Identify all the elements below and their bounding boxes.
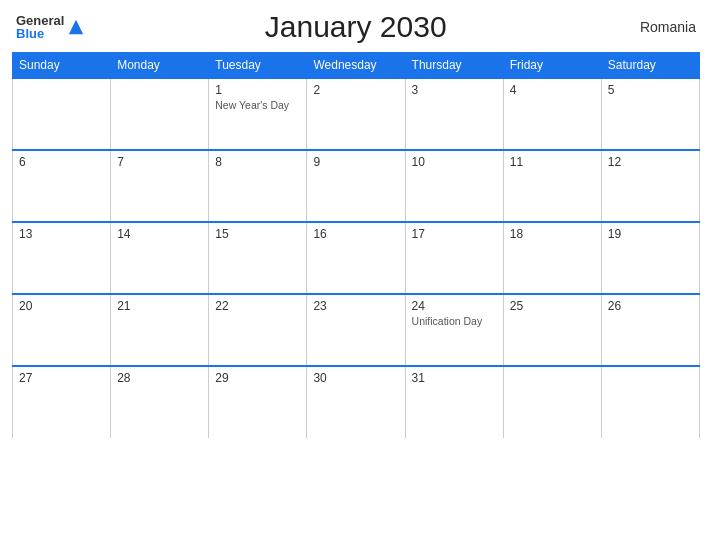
- day-number: 26: [608, 299, 693, 313]
- calendar-title: January 2030: [85, 10, 626, 44]
- calendar-container: General Blue January 2030 Romania Sunday…: [0, 0, 712, 550]
- day-cell: 13: [13, 222, 111, 294]
- day-number: 11: [510, 155, 595, 169]
- day-number: 1: [215, 83, 300, 97]
- day-number: 22: [215, 299, 300, 313]
- day-number: 9: [313, 155, 398, 169]
- day-cell: 7: [111, 150, 209, 222]
- days-header-row: Sunday Monday Tuesday Wednesday Thursday…: [13, 53, 700, 79]
- day-cell: 4: [503, 78, 601, 150]
- day-number: 29: [215, 371, 300, 385]
- day-number: 8: [215, 155, 300, 169]
- day-cell: 14: [111, 222, 209, 294]
- holiday-name: Unification Day: [412, 315, 497, 327]
- day-number: 5: [608, 83, 693, 97]
- day-number: 28: [117, 371, 202, 385]
- day-cell: 10: [405, 150, 503, 222]
- day-cell: 29: [209, 366, 307, 438]
- day-cell: 5: [601, 78, 699, 150]
- day-cell: 19: [601, 222, 699, 294]
- day-cell: 9: [307, 150, 405, 222]
- day-cell: 12: [601, 150, 699, 222]
- day-cell: 26: [601, 294, 699, 366]
- day-number: 10: [412, 155, 497, 169]
- week-row-4: 2021222324Unification Day2526: [13, 294, 700, 366]
- header-tuesday: Tuesday: [209, 53, 307, 79]
- calendar-header: General Blue January 2030 Romania: [12, 10, 700, 44]
- header-saturday: Saturday: [601, 53, 699, 79]
- day-number: 12: [608, 155, 693, 169]
- day-cell: 27: [13, 366, 111, 438]
- logo-icon: [67, 18, 85, 36]
- svg-marker-0: [69, 20, 83, 34]
- day-number: 4: [510, 83, 595, 97]
- day-cell: 31: [405, 366, 503, 438]
- week-row-1: 1New Year's Day2345: [13, 78, 700, 150]
- day-number: 31: [412, 371, 497, 385]
- day-number: 6: [19, 155, 104, 169]
- day-number: 3: [412, 83, 497, 97]
- day-cell: 23: [307, 294, 405, 366]
- day-number: 16: [313, 227, 398, 241]
- day-cell: 18: [503, 222, 601, 294]
- day-cell: 11: [503, 150, 601, 222]
- day-cell: 30: [307, 366, 405, 438]
- day-cell: 15: [209, 222, 307, 294]
- country-label: Romania: [626, 19, 696, 35]
- day-cell: 24Unification Day: [405, 294, 503, 366]
- header-sunday: Sunday: [13, 53, 111, 79]
- day-number: 14: [117, 227, 202, 241]
- day-cell: 3: [405, 78, 503, 150]
- week-row-3: 13141516171819: [13, 222, 700, 294]
- day-cell: [13, 78, 111, 150]
- holiday-name: New Year's Day: [215, 99, 300, 111]
- day-cell: 17: [405, 222, 503, 294]
- day-number: 15: [215, 227, 300, 241]
- day-number: 30: [313, 371, 398, 385]
- day-cell: 1New Year's Day: [209, 78, 307, 150]
- day-cell: 22: [209, 294, 307, 366]
- header-monday: Monday: [111, 53, 209, 79]
- day-number: 20: [19, 299, 104, 313]
- day-cell: [601, 366, 699, 438]
- calendar-table: Sunday Monday Tuesday Wednesday Thursday…: [12, 52, 700, 438]
- logo: General Blue: [16, 14, 85, 40]
- week-row-2: 6789101112: [13, 150, 700, 222]
- header-wednesday: Wednesday: [307, 53, 405, 79]
- day-cell: 20: [13, 294, 111, 366]
- day-cell: 28: [111, 366, 209, 438]
- day-cell: [503, 366, 601, 438]
- day-number: 19: [608, 227, 693, 241]
- day-number: 13: [19, 227, 104, 241]
- day-cell: [111, 78, 209, 150]
- day-number: 17: [412, 227, 497, 241]
- logo-blue-text: Blue: [16, 27, 64, 40]
- day-number: 23: [313, 299, 398, 313]
- day-number: 18: [510, 227, 595, 241]
- day-cell: 2: [307, 78, 405, 150]
- day-number: 25: [510, 299, 595, 313]
- day-cell: 21: [111, 294, 209, 366]
- day-cell: 16: [307, 222, 405, 294]
- day-number: 24: [412, 299, 497, 313]
- header-friday: Friday: [503, 53, 601, 79]
- day-cell: 6: [13, 150, 111, 222]
- day-number: 27: [19, 371, 104, 385]
- week-row-5: 2728293031: [13, 366, 700, 438]
- header-thursday: Thursday: [405, 53, 503, 79]
- day-number: 7: [117, 155, 202, 169]
- day-cell: 8: [209, 150, 307, 222]
- day-cell: 25: [503, 294, 601, 366]
- day-number: 21: [117, 299, 202, 313]
- day-number: 2: [313, 83, 398, 97]
